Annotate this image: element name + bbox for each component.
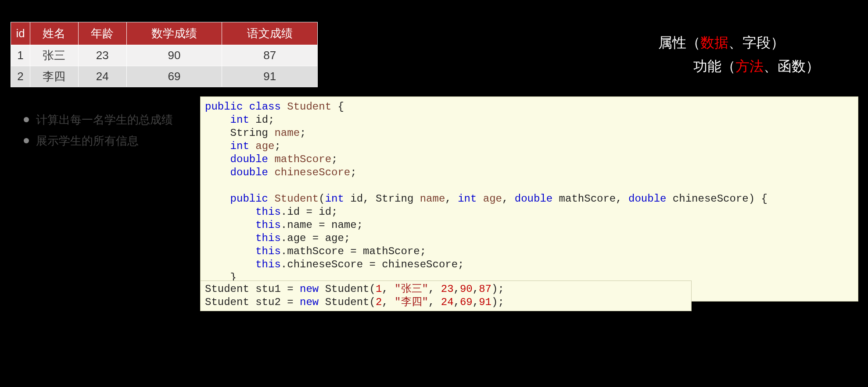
kw-int: int (230, 140, 249, 152)
text: .age = age; (281, 232, 350, 244)
concept-text: 属性（数据、字段） 功能（方法、函数） (658, 31, 820, 78)
text: , (428, 296, 441, 308)
kw-this: this (255, 259, 281, 270)
param-name: name (420, 193, 445, 205)
text: , (454, 296, 460, 308)
th-id: id (11, 22, 30, 45)
num: 87 (479, 283, 491, 295)
kw-new: new (300, 283, 319, 295)
kw-new: new (300, 296, 319, 308)
concept-line-attributes: 属性（数据、字段） (658, 31, 820, 54)
text: , (382, 296, 395, 308)
num: 69 (460, 296, 473, 308)
text: , (502, 193, 515, 205)
field-age: age (255, 140, 274, 152)
cell-name: 张三 (30, 45, 79, 66)
text: , (382, 283, 395, 295)
kw-this: this (255, 245, 281, 257)
num: 2 (376, 296, 382, 308)
text: .mathScore = mathScore; (281, 245, 426, 257)
student-table: id 姓名 年龄 数学成绩 语文成绩 1 张三 23 90 87 2 李四 (11, 22, 318, 87)
text: Student stu1 = (205, 283, 300, 295)
text (249, 140, 255, 152)
text (477, 193, 483, 205)
text: , (473, 296, 479, 308)
text: String (230, 127, 275, 139)
kw-this: this (255, 219, 281, 231)
field-math: mathScore (274, 153, 331, 165)
text: .id = id; (281, 206, 338, 218)
num: 23 (441, 283, 454, 295)
table-row: 1 张三 23 90 87 (11, 45, 318, 66)
kw-double: double (515, 193, 552, 205)
kw-public: public (230, 193, 268, 205)
code-block-class: public class Student { int id; String na… (200, 96, 858, 302)
text: ; (350, 167, 356, 178)
str: "张三" (395, 283, 428, 295)
cell-math: 69 (126, 66, 222, 87)
th-chinese: 语文成绩 (222, 22, 318, 45)
cell-age: 24 (78, 66, 126, 87)
text: , (428, 283, 441, 295)
kw-class: class (249, 101, 281, 113)
text: { (331, 101, 344, 113)
class-name: Student (287, 101, 331, 113)
num: 90 (460, 283, 473, 295)
text: , (454, 283, 460, 295)
table-header-row: id 姓名 年龄 数学成绩 语文成绩 (11, 22, 318, 45)
text: , (445, 193, 458, 205)
cell-id: 1 (11, 45, 30, 66)
kw-public: public (205, 101, 243, 113)
cell-id: 2 (11, 66, 30, 87)
kw-int: int (325, 193, 344, 205)
concept-line-methods: 功能（方法、函数） (658, 54, 820, 78)
text: Student( (319, 296, 376, 308)
text: ; (331, 153, 337, 165)
text: Student stu2 = (205, 296, 300, 308)
text: 、函数） (764, 58, 820, 74)
kw-int: int (458, 193, 477, 205)
th-name: 姓名 (30, 22, 79, 45)
text: 功能（ (693, 58, 735, 74)
text: ; (274, 140, 280, 152)
text: id; (249, 114, 275, 126)
th-age: 年龄 (78, 22, 126, 45)
text: , (473, 283, 479, 295)
highlight-method: 方法 (735, 58, 764, 74)
th-math: 数学成绩 (126, 22, 222, 45)
field-chinese: chineseScore (274, 167, 350, 178)
kw-double: double (628, 193, 666, 205)
text: chineseScore) { (666, 193, 767, 205)
text: Student( (319, 283, 376, 295)
text: .chineseScore = chineseScore; (281, 259, 464, 270)
text: .name = name; (281, 219, 363, 231)
cell-chinese: 91 (222, 66, 318, 87)
text: mathScore, (552, 193, 628, 205)
kw-double: double (230, 153, 268, 165)
cell-chinese: 87 (222, 45, 318, 66)
highlight-data: 数据 (700, 35, 728, 50)
text: 、字段） (728, 35, 785, 50)
param-age: age (483, 193, 502, 205)
text (268, 167, 274, 178)
kw-double: double (230, 167, 268, 178)
text: ; (300, 127, 306, 139)
kw-this: this (255, 206, 281, 218)
text: id, String (344, 193, 420, 205)
text (268, 193, 274, 205)
code-block-usage: Student stu1 = new Student(1, "张三", 23,9… (200, 280, 692, 311)
cell-name: 李四 (30, 66, 79, 87)
field-name: name (274, 127, 300, 139)
text: 属性（ (658, 35, 700, 50)
num: 24 (441, 296, 454, 308)
text: ); (491, 296, 504, 308)
task-label: 展示学生的所有信息 (36, 134, 139, 147)
num: 1 (376, 283, 382, 295)
text: ); (491, 283, 504, 295)
num: 91 (479, 296, 491, 308)
table-row: 2 李四 24 69 91 (11, 66, 318, 87)
kw-this: this (255, 232, 281, 244)
cell-age: 23 (78, 45, 126, 66)
kw-int: int (230, 114, 249, 126)
text (268, 153, 274, 165)
